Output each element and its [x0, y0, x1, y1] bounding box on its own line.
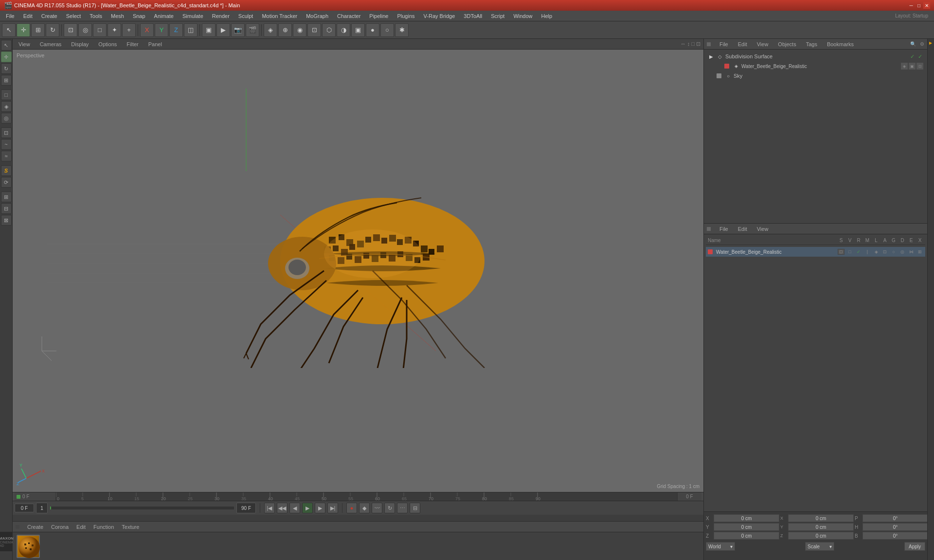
tool-display-mode[interactable]: ◈: [264, 23, 277, 37]
go-to-start-button[interactable]: |◀: [264, 503, 275, 513]
tool-add[interactable]: ✦: [108, 23, 121, 37]
left-tool-rotate[interactable]: ↻: [1, 63, 12, 74]
z-scale-input[interactable]: [788, 532, 854, 540]
left-tool-model[interactable]: ◈: [1, 101, 12, 112]
attr-val-d[interactable]: ◎: [899, 249, 906, 254]
tool-uvw[interactable]: ●: [366, 23, 379, 37]
play-button[interactable]: ▶: [302, 503, 313, 513]
menu-pipeline[interactable]: Pipeline: [365, 12, 392, 20]
tool-cube[interactable]: □: [93, 23, 107, 37]
menu-mesh[interactable]: Mesh: [107, 12, 128, 20]
menu-edit[interactable]: Edit: [19, 12, 36, 20]
frame-number-input[interactable]: [15, 504, 34, 512]
left-tool-move[interactable]: ✛: [1, 52, 12, 62]
mat-tab-edit[interactable]: Edit: [74, 523, 88, 531]
obj-menu-edit[interactable]: Edit: [735, 40, 750, 48]
tool-render-region[interactable]: ▣: [202, 23, 216, 37]
obj-menu-file[interactable]: File: [717, 40, 731, 48]
prev-frame-button[interactable]: ◀: [289, 503, 300, 513]
viewport-canvas[interactable]: Perspective Grid Spacing : 1 cm X Y Z: [13, 50, 703, 492]
mat-tab-function[interactable]: Function: [91, 523, 116, 531]
tool-extra[interactable]: ✱: [395, 23, 409, 37]
obj-menu-bookmarks[interactable]: Bookmarks: [824, 40, 857, 48]
obj-expand-icon-2[interactable]: [716, 63, 722, 70]
mat-tab-create[interactable]: Create: [25, 523, 45, 531]
attr-val-g[interactable]: ○: [890, 249, 897, 254]
playback-settings[interactable]: ⋯: [397, 503, 408, 513]
attr-val-s[interactable]: ⊡: [838, 249, 844, 255]
left-tool-grid2[interactable]: ⊟: [1, 203, 12, 214]
tool-sphere[interactable]: ◎: [78, 23, 92, 37]
obj-row-sky[interactable]: ○ Sky: [706, 71, 925, 81]
tool-wireframe[interactable]: ⊕: [278, 23, 292, 37]
close-button[interactable]: ✕: [923, 2, 930, 9]
attr-val-x[interactable]: ⊞: [916, 249, 923, 254]
attr-menu-file[interactable]: File: [717, 225, 731, 233]
vp-expand-icon[interactable]: ↔ ↕ □ ⊡: [681, 41, 700, 47]
tool-points[interactable]: ⬡: [322, 23, 336, 37]
menu-window[interactable]: Window: [509, 12, 536, 20]
tool-world-coords[interactable]: ◫: [184, 23, 198, 37]
timeline-settings[interactable]: ⊟: [410, 503, 420, 513]
tool-render-view[interactable]: ▶: [216, 23, 230, 37]
attr-val-l[interactable]: ◈: [873, 249, 880, 254]
material-slot[interactable]: Water-B: [17, 535, 40, 558]
keyframe-button[interactable]: ◆: [359, 503, 370, 513]
obj-settings-icon[interactable]: ⚙: [920, 41, 924, 47]
menu-help[interactable]: Help: [538, 12, 557, 20]
menu-vray[interactable]: V-Ray Bridge: [420, 12, 459, 20]
left-tool-sym[interactable]: ⟳: [1, 177, 12, 188]
loop-button[interactable]: ↻: [384, 503, 395, 513]
vp-tab-cameras[interactable]: Cameras: [37, 40, 65, 48]
world-dropdown[interactable]: World ▾: [706, 542, 735, 551]
motion-path-button[interactable]: 〰: [372, 503, 382, 513]
tool-polygons[interactable]: ▣: [351, 23, 365, 37]
tool-rotate[interactable]: ↻: [46, 23, 59, 37]
left-tool-snap[interactable]: ⊡: [1, 127, 12, 138]
z-position-input[interactable]: [714, 532, 779, 540]
attr-val-r[interactable]: ✓: [855, 249, 862, 254]
obj-visibility-checkmark[interactable]: ✓: [909, 53, 916, 60]
left-tool-scale[interactable]: ⊞: [1, 75, 12, 86]
menu-create[interactable]: Create: [37, 12, 61, 20]
menu-3dtoall[interactable]: 3DToAll: [460, 12, 486, 20]
tool-select[interactable]: ↖: [2, 23, 16, 37]
tool-shaded[interactable]: ◉: [293, 23, 306, 37]
tool-render-settings[interactable]: 🎬: [246, 23, 259, 37]
viewport[interactable]: View Cameras Display Options Filter Pane…: [13, 39, 703, 492]
tool-render-picture[interactable]: 📷: [231, 23, 245, 37]
maximize-button[interactable]: □: [916, 2, 922, 9]
obj-tag-2[interactable]: ▣: [909, 63, 916, 70]
fps-input[interactable]: [36, 503, 48, 513]
obj-tag-1[interactable]: ◈: [901, 63, 908, 70]
tool-edges[interactable]: ◑: [337, 23, 350, 37]
go-to-end-button[interactable]: ▶|: [327, 503, 338, 513]
timeline-track[interactable]: 0 5 10 15 20 25 30 35: [56, 492, 677, 501]
minimize-button[interactable]: ─: [908, 2, 915, 9]
menu-script[interactable]: Script: [487, 12, 508, 20]
obj-menu-objects[interactable]: Objects: [775, 40, 799, 48]
tool-move[interactable]: ✛: [17, 23, 30, 37]
window-controls[interactable]: ─ □ ✕: [908, 2, 930, 9]
x-scale-input[interactable]: [788, 514, 854, 522]
menu-file[interactable]: File: [2, 12, 18, 20]
vp-tab-view[interactable]: View: [16, 40, 33, 48]
obj-render-checkmark[interactable]: ✓: [916, 53, 923, 60]
menu-select[interactable]: Select: [62, 12, 85, 20]
tool-scale[interactable]: ⊞: [31, 23, 45, 37]
mat-tab-texture[interactable]: Texture: [120, 523, 141, 531]
left-tool-object[interactable]: □: [1, 89, 12, 100]
vp-tab-panel[interactable]: Panel: [145, 40, 165, 48]
left-tool-select[interactable]: ↖: [1, 40, 12, 51]
attr-val-a[interactable]: ⊡: [881, 249, 888, 254]
play-reverse-button[interactable]: ◀◀: [277, 503, 287, 513]
menu-sculpt[interactable]: Sculpt: [234, 12, 257, 20]
obj-tag-3[interactable]: ⊡: [916, 63, 923, 70]
vp-tab-display[interactable]: Display: [68, 40, 91, 48]
menu-plugins[interactable]: Plugins: [393, 12, 418, 20]
menu-motion-tracker[interactable]: Motion Tracker: [258, 12, 301, 20]
attr-val-v[interactable]: □: [846, 249, 853, 254]
tool-snapshot[interactable]: ○: [380, 23, 394, 37]
material-thumbnail[interactable]: [17, 535, 40, 558]
obj-row-beetle[interactable]: ◈ Water_Beetle_Beige_Realistic ◈ ▣ ⊡: [706, 61, 925, 71]
